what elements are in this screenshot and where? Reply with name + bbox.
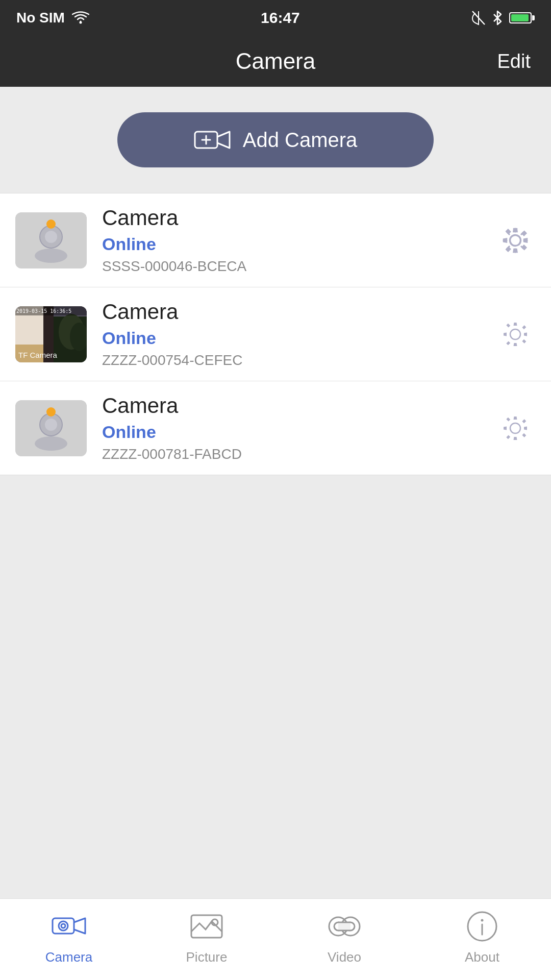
settings-gear-icon-2 bbox=[499, 318, 531, 350]
about-tab-icon bbox=[464, 909, 500, 944]
main-content: Add Camera Camera Online SSSS-000046-BC bbox=[0, 87, 551, 898]
empty-space bbox=[0, 475, 551, 898]
video-tab-icon bbox=[327, 909, 362, 944]
camera-status-2: Online bbox=[102, 328, 495, 348]
svg-point-37 bbox=[481, 919, 484, 922]
add-camera-label: Add Camera bbox=[243, 129, 358, 152]
svg-point-6 bbox=[45, 231, 57, 243]
svg-rect-32 bbox=[338, 922, 350, 930]
camera-thumb-1 bbox=[15, 212, 87, 268]
snapshot-tf-label: TF Camera bbox=[18, 351, 57, 359]
svg-point-22 bbox=[510, 423, 520, 433]
camera-info-2: Camera Online ZZZZ-000754-CEFEC bbox=[102, 300, 495, 369]
status-bar: No SIM 16:47 bbox=[0, 0, 551, 36]
tab-about[interactable]: About bbox=[413, 899, 551, 980]
settings-gear-icon-1 bbox=[499, 225, 531, 256]
camera-status-1: Online bbox=[102, 234, 495, 254]
status-left: No SIM bbox=[16, 10, 89, 26]
camera-name-3: Camera bbox=[102, 394, 495, 418]
page-title: Camera bbox=[236, 48, 316, 74]
svg-point-18 bbox=[510, 329, 520, 339]
camera-thumb-2: 2019-03-15 16:36:5 TF Camera bbox=[15, 306, 87, 362]
add-camera-svg bbox=[194, 127, 231, 153]
camera-tab-icon bbox=[51, 909, 87, 944]
tab-picture[interactable]: Picture bbox=[138, 899, 276, 980]
status-time: 16:47 bbox=[261, 9, 300, 27]
add-camera-section: Add Camera bbox=[0, 87, 551, 193]
about-tab-svg bbox=[465, 909, 499, 944]
svg-point-7 bbox=[35, 249, 67, 263]
camera-item-2[interactable]: 2019-03-15 16:36:5 TF Camera Camera Onli… bbox=[0, 287, 551, 381]
camera-tab-svg bbox=[52, 912, 86, 941]
camera-info-1: Camera Online SSSS-000046-BCECA bbox=[102, 206, 495, 275]
camera-item-3[interactable]: Camera Online ZZZZ-000781-FABCD bbox=[0, 381, 551, 475]
camera-settings-1[interactable] bbox=[495, 220, 536, 261]
camera-info-3: Camera Online ZZZZ-000781-FABCD bbox=[102, 394, 495, 462]
svg-point-25 bbox=[61, 924, 65, 928]
about-tab-label: About bbox=[465, 949, 499, 965]
tab-bar: Camera Picture bbox=[0, 898, 551, 980]
wifi-icon bbox=[72, 11, 89, 24]
picture-tab-svg bbox=[189, 912, 224, 941]
camera-id-1: SSSS-000046-BCECA bbox=[102, 258, 495, 275]
camera-item-1[interactable]: Camera Online SSSS-000046-BCECA bbox=[0, 193, 551, 287]
settings-gear-icon-3 bbox=[499, 412, 531, 444]
camera-id-3: ZZZZ-000781-FABCD bbox=[102, 446, 495, 462]
camera-settings-3[interactable] bbox=[495, 408, 536, 449]
camera-thumb-3 bbox=[15, 400, 87, 456]
svg-point-21 bbox=[35, 436, 67, 451]
tab-camera[interactable]: Camera bbox=[0, 899, 138, 980]
bluetooth-icon bbox=[492, 10, 503, 26]
edit-button[interactable]: Edit bbox=[497, 51, 531, 72]
video-tab-label: Video bbox=[328, 949, 361, 965]
mute-icon bbox=[471, 10, 486, 26]
camera-status-3: Online bbox=[102, 422, 495, 442]
camera-settings-2[interactable] bbox=[495, 314, 536, 355]
camera-tab-label: Camera bbox=[45, 949, 92, 965]
add-camera-icon bbox=[194, 127, 231, 153]
video-tab-svg bbox=[327, 912, 362, 941]
tab-video[interactable]: Video bbox=[276, 899, 413, 980]
camera-name-1: Camera bbox=[102, 206, 495, 230]
picture-tab-label: Picture bbox=[186, 949, 228, 965]
svg-point-20 bbox=[45, 419, 57, 431]
camera-list: Camera Online SSSS-000046-BCECA bbox=[0, 193, 551, 475]
status-right bbox=[471, 10, 535, 26]
add-camera-button[interactable]: Add Camera bbox=[117, 112, 434, 167]
picture-tab-icon bbox=[189, 909, 224, 944]
svg-point-0 bbox=[79, 21, 82, 24]
camera-name-2: Camera bbox=[102, 300, 495, 324]
svg-text:2019-03-15 16:36:5: 2019-03-15 16:36:5 bbox=[16, 308, 71, 314]
nav-header: Camera Edit bbox=[0, 36, 551, 87]
camera-id-2: ZZZZ-000754-CEFEC bbox=[102, 352, 495, 369]
carrier-label: No SIM bbox=[16, 10, 65, 26]
svg-point-24 bbox=[59, 921, 68, 930]
battery-icon bbox=[509, 12, 535, 23]
